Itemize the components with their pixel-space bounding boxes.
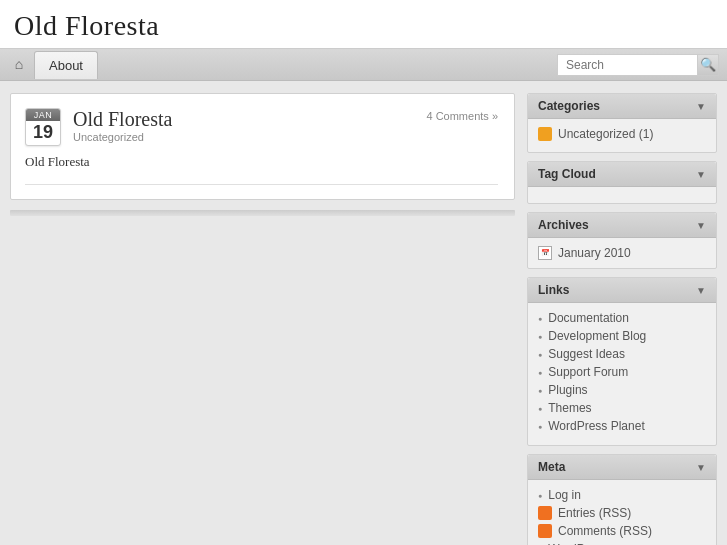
tag-cloud-arrow-icon: ▼ [696,169,706,180]
home-icon[interactable]: ⌂ [8,54,30,76]
meta-list: Log in Entries (RSS) Comments (RSS) Word… [538,488,706,545]
content-divider [10,210,515,216]
post-meta: 4 Comments » [426,110,498,122]
categories-widget: Categories ▼ Uncategorized (1) [527,93,717,153]
links-list: Documentation Development Blog Suggest I… [538,311,706,433]
site-header: Old Floresta [0,0,727,49]
archives-body: 📅 January 2010 [528,238,716,268]
meta-header: Meta ▼ [528,455,716,480]
archives-title: Archives [538,218,589,232]
post-footer-divider [25,184,498,185]
links-title: Links [538,283,569,297]
categories-title: Categories [538,99,600,113]
post-title-area: Old Floresta Uncategorized [73,108,426,143]
link-item[interactable]: Support Forum [538,365,706,379]
category-item[interactable]: Uncategorized (1) [538,127,706,141]
link-item[interactable]: Development Blog [538,329,706,343]
link-item[interactable]: WordPress Planet [538,419,706,433]
category-folder-icon [538,127,552,141]
categories-body: Uncategorized (1) [528,119,716,152]
archives-header: Archives ▼ [528,213,716,238]
archive-calendar-icon: 📅 [538,246,552,260]
search-container: 🔍 [557,54,719,76]
archive-item[interactable]: 📅 January 2010 [538,246,706,260]
date-box: Jan 19 [25,108,61,146]
post-content: Old Floresta [25,154,498,170]
meta-title: Meta [538,460,565,474]
sidebar: Categories ▼ Uncategorized (1) Tag Cloud… [527,93,717,545]
post-header: Jan 19 Old Floresta Uncategorized 4 Comm… [25,108,498,146]
archive-label: January 2010 [558,246,631,260]
search-input[interactable] [557,54,697,76]
tag-cloud-header: Tag Cloud ▼ [528,162,716,187]
post-title[interactable]: Old Floresta [73,108,426,131]
archives-widget: Archives ▼ 📅 January 2010 [527,212,717,269]
site-title: Old Floresta [14,10,713,42]
links-arrow-icon: ▼ [696,285,706,296]
about-tab[interactable]: About [34,51,98,79]
post-category: Uncategorized [73,131,426,143]
link-item[interactable]: Plugins [538,383,706,397]
date-day: 19 [26,121,60,145]
category-label: Uncategorized (1) [558,127,653,141]
links-header: Links ▼ [528,278,716,303]
archives-arrow-icon: ▼ [696,220,706,231]
meta-item-login[interactable]: Log in [538,488,706,502]
link-item[interactable]: Documentation [538,311,706,325]
tag-cloud-body [528,187,716,203]
navbar: ⌂ About 🔍 [0,49,727,81]
links-body: Documentation Development Blog Suggest I… [528,303,716,445]
meta-arrow-icon: ▼ [696,462,706,473]
post-comments[interactable]: 4 Comments » [426,110,498,122]
post-card: Jan 19 Old Floresta Uncategorized 4 Comm… [10,93,515,200]
tag-cloud-title: Tag Cloud [538,167,596,181]
main-container: Jan 19 Old Floresta Uncategorized 4 Comm… [0,81,727,545]
link-item[interactable]: Suggest Ideas [538,347,706,361]
tag-cloud-widget: Tag Cloud ▼ [527,161,717,204]
links-widget: Links ▼ Documentation Development Blog S… [527,277,717,446]
meta-widget: Meta ▼ Log in Entries (RSS) Comments (RS… [527,454,717,545]
date-month: Jan [26,109,60,121]
content-area: Jan 19 Old Floresta Uncategorized 4 Comm… [10,93,515,545]
meta-item-comments-rss[interactable]: Comments (RSS) [538,524,706,538]
search-button[interactable]: 🔍 [697,54,719,76]
categories-header: Categories ▼ [528,94,716,119]
meta-item-entries-rss[interactable]: Entries (RSS) [538,506,706,520]
categories-arrow-icon: ▼ [696,101,706,112]
meta-body: Log in Entries (RSS) Comments (RSS) Word… [528,480,716,545]
link-item[interactable]: Themes [538,401,706,415]
